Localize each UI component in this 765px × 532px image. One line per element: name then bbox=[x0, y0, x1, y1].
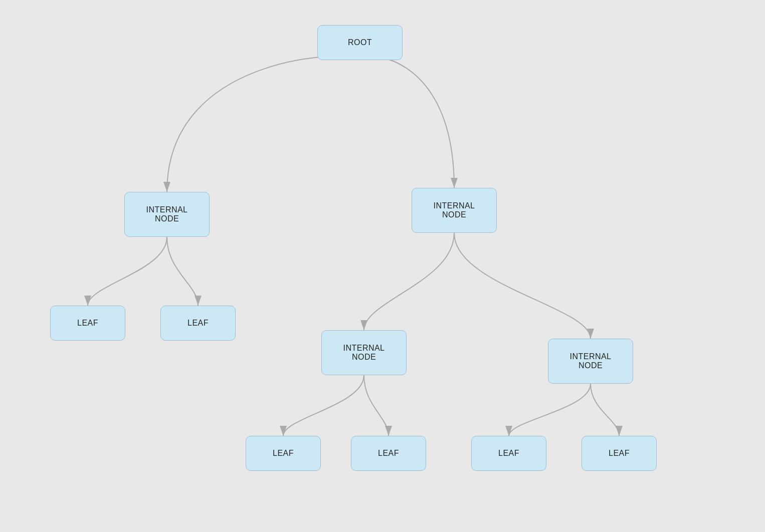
edge-in2-in4 bbox=[454, 233, 591, 339]
edge-root-in1 bbox=[167, 56, 360, 192]
edge-in3-leaf3 bbox=[283, 375, 364, 436]
node-leaf1: LEAF bbox=[50, 306, 125, 341]
node-leaf6: LEAF bbox=[582, 436, 657, 471]
edge-in3-leaf4 bbox=[364, 375, 389, 436]
edge-root-in2 bbox=[360, 56, 454, 188]
edge-in4-leaf5 bbox=[509, 384, 591, 436]
node-in3: INTERNAL NODE bbox=[321, 330, 407, 375]
node-in1: INTERNAL NODE bbox=[124, 192, 210, 237]
edge-in4-leaf6 bbox=[591, 384, 619, 436]
node-in4: INTERNAL NODE bbox=[548, 339, 633, 384]
node-leaf5: LEAF bbox=[471, 436, 546, 471]
edge-in2-in3 bbox=[364, 233, 454, 330]
edge-in1-leaf1 bbox=[88, 237, 167, 306]
node-in2: INTERNAL NODE bbox=[412, 188, 497, 233]
node-leaf4: LEAF bbox=[351, 436, 426, 471]
node-leaf3: LEAF bbox=[246, 436, 321, 471]
node-root: ROOT bbox=[317, 25, 403, 60]
edge-in1-leaf2 bbox=[167, 237, 198, 306]
diagram-container: ROOTINTERNAL NODEINTERNAL NODELEAFLEAFIN… bbox=[0, 0, 765, 532]
node-leaf2: LEAF bbox=[160, 306, 236, 341]
